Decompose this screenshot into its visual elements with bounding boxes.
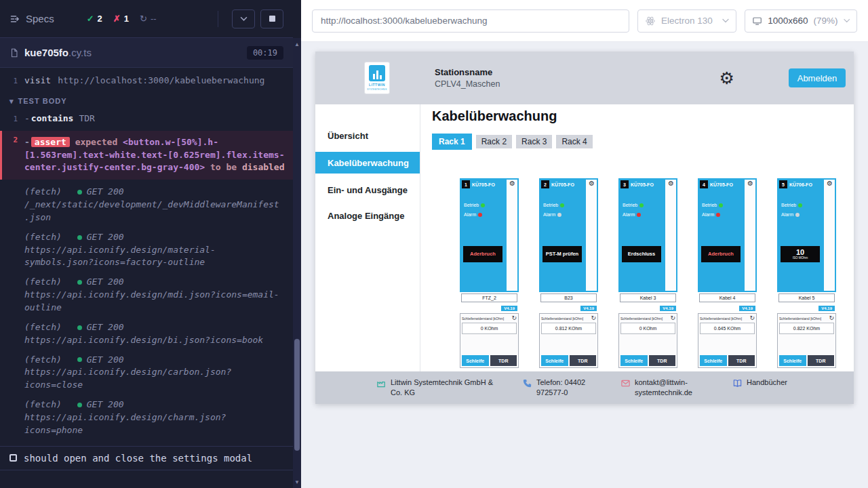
card-side-panel	[824, 180, 835, 291]
scrollbar-thumb[interactable]	[294, 339, 300, 451]
log-contains-command[interactable]: 1 -containsTDR	[0, 110, 293, 128]
assert-expected: expected	[75, 137, 118, 147]
chevron-down-icon	[240, 16, 248, 22]
tab-rack-3[interactable]: Rack 3	[516, 135, 552, 148]
refresh-icon[interactable]: ↻	[829, 315, 834, 321]
fetch-url: https://api.iconify.design/carbon.json?i…	[24, 366, 283, 392]
scroll-down-icon[interactable]: ▼	[293, 477, 301, 487]
cable-name-row: Kabel 4	[698, 292, 757, 304]
fetch-label: (fetch)	[24, 354, 62, 367]
log-fetch-row[interactable]: (fetch)GET 200 https://api.iconify.desig…	[0, 350, 293, 396]
sidebar-item-ein-und-ausgaenge[interactable]: Ein- und Ausgänge	[315, 180, 420, 199]
reporter-header: Specs ✓2 ✗1 ↻--	[0, 0, 293, 38]
tdr-button[interactable]: TDR	[728, 355, 755, 366]
stat-passed: ✓2	[87, 14, 102, 24]
stop-icon	[269, 16, 275, 22]
card-gear-icon[interactable]: ⚙	[589, 180, 595, 187]
schleife-button[interactable]: Schleife	[620, 355, 648, 366]
resistance-value: 0.812 KOhm	[541, 323, 596, 334]
cable-name-row: FTZ_2	[460, 292, 519, 304]
tdr-button[interactable]: TDR	[808, 355, 835, 366]
fetch-label: (fetch)	[24, 321, 62, 334]
log-fetch-row[interactable]: (fetch)GET 200 https://api.iconify.desig…	[0, 395, 293, 441]
footer-phone-text: Telefon: 04402 972577-0	[536, 378, 599, 398]
card-top: ⚙ 4 KÜ705-FO Betrieb Alarm Aderbruch	[698, 178, 757, 292]
logo-mark-icon	[369, 65, 385, 81]
browser-select[interactable]: Electron 130	[637, 9, 736, 33]
sidebar-item-analoge-eingaenge[interactable]: Analoge Eingänge	[315, 206, 420, 225]
tab-rack-2[interactable]: Rack 2	[476, 135, 512, 148]
collapsed-test-row[interactable]: should open and close the settings modal	[0, 446, 293, 470]
cable-name-field[interactable]: FTZ_2	[461, 293, 517, 302]
page-title: Kabelüberwachung	[432, 108, 854, 124]
scrollbar[interactable]: ▲ ▼	[293, 38, 301, 488]
scroll-up-icon[interactable]: ▲	[293, 39, 301, 49]
log-failed-assert[interactable]: 2 -assert expected <button.w-[50%].h-[1.…	[0, 131, 293, 180]
betrieb-led	[481, 203, 485, 207]
stop-run-button[interactable]	[260, 9, 283, 28]
spec-bar[interactable]: kue705fo.cy.ts 00:19	[0, 38, 293, 68]
card-gear-icon[interactable]: ⚙	[827, 180, 833, 187]
version-row: V4.19	[698, 304, 757, 313]
cable-name-field[interactable]: Kabel 4	[699, 293, 755, 302]
refresh-icon[interactable]: ↻	[591, 315, 596, 321]
mail-icon	[620, 378, 631, 388]
schleife-button[interactable]: Schleife	[700, 355, 727, 366]
version-badge: V4.19	[818, 306, 835, 311]
card-gear-icon[interactable]: ⚙	[668, 180, 674, 187]
alarm-led	[637, 213, 641, 217]
log-visit-command[interactable]: 1 visithttp://localhost:3000/kabelueberw…	[0, 72, 293, 90]
refresh-icon[interactable]: ↻	[511, 315, 517, 321]
log-fetch-row[interactable]: (fetch)GET 200 https://api.iconify.desig…	[0, 228, 293, 273]
fetch-label: (fetch)	[24, 276, 62, 289]
cable-name-field[interactable]: Kabel 5	[778, 293, 835, 302]
log-fetch-row[interactable]: (fetch)GET 200 https://api.iconify.desig…	[0, 318, 293, 350]
tab-rack-4[interactable]: Rack 4	[556, 135, 592, 148]
ok-dot-icon	[77, 403, 82, 407]
measurement-panel: Schleifenwiderstand [kOhm]↻ 0.812 KOhm S…	[539, 313, 598, 368]
viewport-select[interactable]: 1000x660 (79%)	[745, 9, 857, 33]
log-fetch-row[interactable]: (fetch)GET 200 /_next/static/development…	[0, 182, 293, 228]
cable-name-field[interactable]: Kabel 3	[620, 293, 676, 302]
logo-text: LITTWIN	[369, 83, 385, 87]
version-badge: V4.19	[501, 306, 517, 311]
tdr-button[interactable]: TDR	[570, 355, 597, 366]
card-number: 3	[620, 180, 629, 188]
alarm-row: Alarm	[781, 212, 800, 217]
collapse-reporter-button[interactable]	[232, 9, 255, 28]
footer-email[interactable]: kontakt@littwin-systemtechnik.de	[620, 378, 711, 398]
tdr-button[interactable]: TDR	[490, 355, 517, 366]
ok-dot-icon	[77, 280, 82, 285]
cable-name-field[interactable]: B23	[540, 293, 597, 302]
alarm-led	[716, 213, 720, 217]
specs-button[interactable]: Specs	[9, 13, 54, 24]
test-body-section-header[interactable]: ▾ TEST BODY	[0, 90, 293, 110]
schleife-button[interactable]: Schleife	[541, 355, 568, 366]
tab-rack-1[interactable]: Rack 1	[432, 134, 472, 150]
schleife-button[interactable]: Schleife	[779, 355, 806, 366]
refresh-icon[interactable]: ↻	[749, 315, 755, 321]
card-side-panel	[507, 180, 517, 291]
card-gear-icon[interactable]: ⚙	[747, 180, 753, 187]
refresh-icon[interactable]: ↻	[670, 315, 675, 321]
schleife-button[interactable]: Schleife	[462, 355, 489, 366]
assert-badge: assert	[31, 137, 70, 147]
fetch-url: https://api.iconify.design/material-symb…	[24, 244, 283, 270]
aut-frame: LITTWIN SYSTEMTECHNIK Stationsname CPLV4…	[315, 52, 854, 404]
tdr-button[interactable]: TDR	[649, 355, 676, 366]
rack-tabs: Rack 1 Rack 2 Rack 3 Rack 4	[432, 134, 854, 150]
logout-button[interactable]: Abmelden	[789, 68, 846, 87]
footer-manuals[interactable]: Handbücher	[732, 378, 787, 388]
fetch-label: (fetch)	[24, 186, 62, 199]
logo-subtext: SYSTEMTECHNIK	[367, 88, 387, 91]
x-icon: ✗	[113, 14, 121, 24]
log-fetch-row[interactable]: (fetch)GET 200 https://api.iconify.desig…	[0, 272, 293, 318]
card-side-panel	[665, 180, 676, 291]
sidebar-item-kabelueberwachung[interactable]: Kabelüberwachung	[315, 152, 420, 174]
sidebar-item-uebersicht[interactable]: Übersicht	[315, 126, 420, 145]
card-gear-icon[interactable]: ⚙	[509, 180, 515, 187]
url-input[interactable]	[313, 10, 629, 32]
measurement-panel: Schleifenwiderstand [kOhm]↻ 0.645 KOhm S…	[698, 313, 757, 368]
settings-gear-icon[interactable]: ⚙	[719, 70, 734, 87]
alarm-row: Alarm	[623, 212, 641, 217]
